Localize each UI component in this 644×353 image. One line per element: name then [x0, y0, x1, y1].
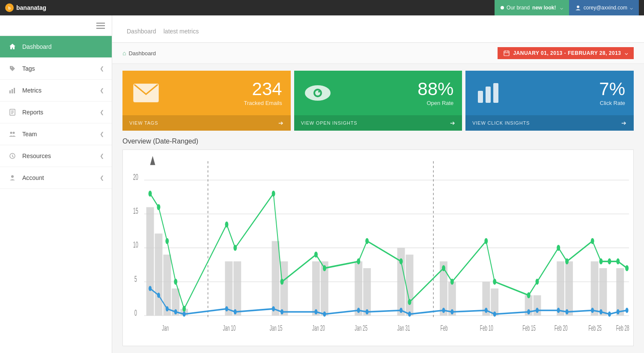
svg-point-88	[591, 238, 594, 244]
user-email: corey@axxind.com	[584, 5, 627, 11]
overview-chart: 0 5 10 15 20	[123, 150, 633, 346]
svg-point-87	[565, 258, 569, 264]
svg-point-13	[11, 175, 14, 178]
logo: b bananatag	[5, 3, 46, 12]
click-rate-card: 7% Click Rate VIEW CLICK INSIGHTS ➔	[465, 71, 634, 131]
sidebar-label-dashboard: Dashboard	[22, 43, 52, 50]
svg-rect-62	[616, 268, 624, 316]
topbar: b bananatag Our brand new look! ⌵ corey@…	[0, 0, 644, 15]
svg-point-83	[493, 279, 496, 285]
hamburger-icon	[96, 23, 105, 29]
svg-text:Jan: Jan	[162, 324, 169, 332]
svg-point-98	[225, 306, 228, 311]
svg-point-23	[318, 91, 320, 93]
svg-point-110	[485, 308, 488, 313]
envelope-icon	[131, 78, 161, 108]
sidebar-item-metrics[interactable]: Metrics ❮	[0, 80, 112, 102]
svg-text:b: b	[8, 6, 11, 10]
sidebar-label-resources: Resources	[22, 153, 51, 159]
svg-point-116	[591, 308, 594, 313]
svg-point-109	[450, 309, 453, 314]
card-values-green: 88% Open Rate	[417, 80, 453, 106]
svg-point-82	[484, 238, 488, 244]
svg-text:Jan 20: Jan 20	[312, 324, 325, 332]
sidebar-label-reports: Reports	[22, 109, 43, 116]
svg-point-103	[323, 311, 326, 317]
svg-text:Feb: Feb	[440, 324, 447, 332]
svg-point-91	[616, 258, 620, 264]
arrow-icon: ➔	[621, 120, 627, 126]
card-top-orange: 234 Tracked Emails	[122, 71, 291, 115]
sidebar-item-team[interactable]: Team ❮	[0, 123, 112, 145]
chart-container: 0 5 10 15 20	[122, 150, 634, 346]
click-rate-number: 7%	[599, 80, 625, 98]
svg-rect-25	[486, 87, 491, 103]
svg-point-119	[617, 309, 620, 314]
svg-point-11	[13, 132, 15, 134]
metric-cards: 234 Tracked Emails VIEW TAGS ➔	[112, 64, 644, 138]
date-range-button[interactable]: JANUARY 01, 2013 - FEBRUARY 28, 2013 ⌵	[498, 47, 634, 59]
page-title: Dashboard latest metrics	[122, 23, 634, 36]
svg-rect-48	[355, 261, 362, 316]
svg-rect-24	[478, 91, 483, 103]
user-menu-button[interactable]: corey@axxind.com ⌵	[569, 0, 639, 15]
svg-text:Jan 10: Jan 10	[223, 324, 236, 332]
svg-point-84	[527, 292, 531, 298]
svg-rect-14	[504, 51, 509, 56]
sidebar-label-team: Team	[22, 131, 37, 138]
main-layout: Dashboard Tags ❮	[0, 15, 644, 353]
date-range-label: JANUARY 01, 2013 - FEBRUARY 28, 2013	[513, 50, 621, 56]
sidebar-item-resources[interactable]: Resources ❮	[0, 145, 112, 167]
svg-point-78	[400, 258, 403, 264]
resources-icon	[8, 151, 17, 161]
svg-text:Feb 10: Feb 10	[480, 324, 493, 332]
svg-point-102	[314, 309, 317, 314]
account-icon	[8, 173, 17, 182]
svg-point-113	[536, 308, 539, 313]
breadcrumb-home-icon: ⌂	[122, 50, 126, 57]
brand-dot	[501, 6, 504, 9]
svg-point-114	[557, 308, 560, 313]
sidebar-item-dashboard[interactable]: Dashboard	[0, 36, 112, 58]
sidebar-item-account[interactable]: Account ❮	[0, 167, 112, 189]
brand-new-look-button[interactable]: Our brand new look! ⌵	[495, 0, 569, 15]
svg-point-81	[450, 279, 454, 285]
svg-point-65	[149, 191, 152, 197]
svg-rect-60	[591, 261, 599, 316]
svg-rect-5	[14, 88, 15, 93]
svg-point-85	[536, 279, 539, 285]
svg-rect-38	[155, 233, 163, 316]
sidebar-toggle[interactable]	[0, 15, 112, 36]
logo-icon: b	[5, 3, 14, 12]
view-open-insights-label: VIEW OPEN INSIGHTS	[301, 120, 358, 126]
svg-point-94	[157, 293, 160, 298]
view-tags-footer[interactable]: VIEW TAGS ➔	[122, 115, 291, 131]
card-values-orange: 234 Tracked Emails	[244, 80, 282, 106]
svg-rect-58	[557, 261, 564, 316]
svg-point-80	[442, 265, 445, 271]
svg-rect-37	[146, 207, 154, 316]
svg-point-69	[182, 306, 186, 312]
svg-point-89	[599, 258, 603, 264]
svg-point-108	[442, 308, 445, 313]
reports-icon	[8, 108, 17, 117]
svg-text:5: 5	[134, 274, 137, 283]
breadcrumb-bar: ⌂ Dashboard JANUARY 01, 2013 - FEBRUARY …	[112, 43, 644, 64]
sidebar-item-reports[interactable]: Reports ❮	[0, 102, 112, 123]
card-top-green: 88% Open Rate	[294, 71, 462, 115]
view-open-insights-footer[interactable]: VIEW OPEN INSIGHTS ➔	[294, 115, 462, 131]
sidebar-label-tags: Tags	[22, 65, 35, 72]
svg-rect-4	[12, 89, 13, 93]
svg-rect-51	[406, 254, 414, 315]
view-click-insights-footer[interactable]: VIEW CLICK INSIGHTS ➔	[465, 115, 634, 131]
svg-point-67	[165, 238, 169, 244]
svg-text:Jan 25: Jan 25	[355, 324, 367, 332]
chevron-icon: ❮	[100, 131, 104, 137]
svg-rect-45	[280, 261, 288, 316]
svg-rect-43	[233, 261, 241, 316]
chevron-icon: ❮	[100, 66, 104, 72]
sidebar-item-tags[interactable]: Tags ❮	[0, 58, 112, 80]
svg-point-66	[157, 204, 160, 210]
svg-point-107	[408, 311, 411, 317]
svg-text:Feb 25: Feb 25	[588, 324, 602, 332]
